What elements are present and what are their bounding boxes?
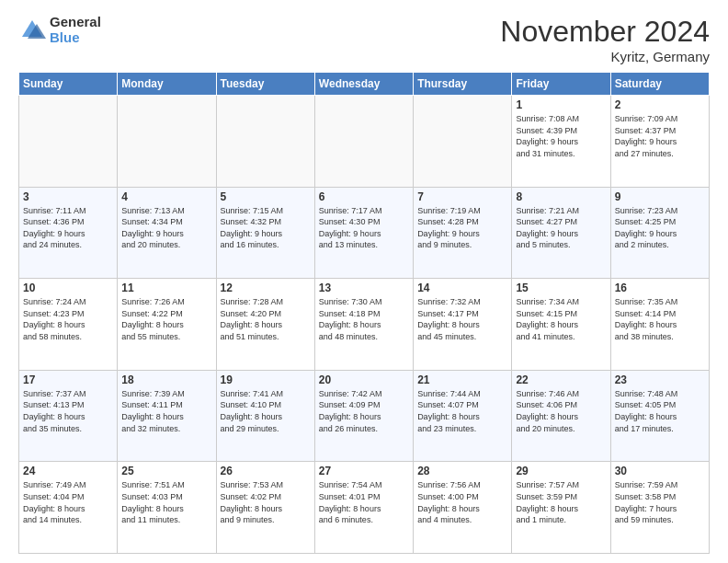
day-info: Sunrise: 7:49 AM Sunset: 4:04 PM Dayligh… — [23, 479, 113, 525]
day-info: Sunrise: 7:35 AM Sunset: 4:14 PM Dayligh… — [615, 296, 705, 342]
day-info: Sunrise: 7:17 AM Sunset: 4:30 PM Dayligh… — [319, 205, 409, 251]
day-info: Sunrise: 7:53 AM Sunset: 4:02 PM Dayligh… — [221, 479, 311, 525]
day-info: Sunrise: 7:48 AM Sunset: 4:05 PM Dayligh… — [615, 388, 705, 434]
table-row: 22Sunrise: 7:46 AM Sunset: 4:06 PM Dayli… — [512, 370, 610, 462]
table-row: 17Sunrise: 7:37 AM Sunset: 4:13 PM Dayli… — [19, 370, 118, 462]
logo-general-text: General — [50, 15, 101, 30]
day-number: 16 — [615, 282, 705, 294]
logo-text: General Blue — [50, 15, 101, 45]
day-info: Sunrise: 7:34 AM Sunset: 4:15 PM Dayligh… — [516, 296, 606, 342]
day-number: 18 — [121, 373, 211, 386]
table-row — [118, 96, 216, 188]
day-info: Sunrise: 7:56 AM Sunset: 4:00 PM Dayligh… — [417, 479, 507, 525]
header-monday: Monday — [118, 73, 216, 96]
day-info: Sunrise: 7:42 AM Sunset: 4:09 PM Dayligh… — [319, 388, 409, 434]
day-info: Sunrise: 7:15 AM Sunset: 4:32 PM Dayligh… — [221, 205, 311, 251]
day-number: 5 — [221, 190, 311, 203]
day-number: 11 — [121, 282, 211, 294]
day-number: 17 — [23, 373, 113, 386]
day-number: 8 — [516, 190, 606, 203]
table-row: 8Sunrise: 7:21 AM Sunset: 4:27 PM Daylig… — [512, 187, 610, 279]
day-info: Sunrise: 7:09 AM Sunset: 4:37 PM Dayligh… — [615, 113, 705, 159]
header-wednesday: Wednesday — [314, 73, 413, 96]
header-saturday: Saturday — [610, 73, 709, 96]
calendar-table: Sunday Monday Tuesday Wednesday Thursday… — [18, 72, 710, 554]
day-info: Sunrise: 7:26 AM Sunset: 4:22 PM Dayligh… — [121, 296, 211, 342]
day-number: 20 — [319, 373, 409, 386]
day-info: Sunrise: 7:41 AM Sunset: 4:10 PM Dayligh… — [221, 388, 311, 434]
day-number: 21 — [417, 373, 507, 386]
table-row: 25Sunrise: 7:51 AM Sunset: 4:03 PM Dayli… — [118, 462, 216, 554]
table-row: 6Sunrise: 7:17 AM Sunset: 4:30 PM Daylig… — [314, 187, 413, 279]
table-row: 27Sunrise: 7:54 AM Sunset: 4:01 PM Dayli… — [314, 462, 413, 554]
header-friday: Friday — [512, 73, 610, 96]
day-number: 3 — [23, 190, 113, 203]
day-info: Sunrise: 7:21 AM Sunset: 4:27 PM Dayligh… — [516, 205, 606, 251]
day-info: Sunrise: 7:28 AM Sunset: 4:20 PM Dayligh… — [221, 296, 311, 342]
day-number: 30 — [615, 465, 705, 477]
day-info: Sunrise: 7:46 AM Sunset: 4:06 PM Dayligh… — [516, 388, 606, 434]
table-row: 12Sunrise: 7:28 AM Sunset: 4:20 PM Dayli… — [216, 279, 314, 371]
day-number: 26 — [221, 465, 311, 477]
day-number: 9 — [615, 190, 705, 203]
table-row: 15Sunrise: 7:34 AM Sunset: 4:15 PM Dayli… — [512, 279, 610, 371]
day-number: 29 — [516, 465, 606, 477]
table-row: 24Sunrise: 7:49 AM Sunset: 4:04 PM Dayli… — [19, 462, 118, 554]
logo: General Blue — [18, 15, 101, 45]
header-thursday: Thursday — [414, 73, 512, 96]
table-row: 20Sunrise: 7:42 AM Sunset: 4:09 PM Dayli… — [314, 370, 413, 462]
table-row: 13Sunrise: 7:30 AM Sunset: 4:18 PM Dayli… — [314, 279, 413, 371]
table-row: 10Sunrise: 7:24 AM Sunset: 4:23 PM Dayli… — [19, 279, 118, 371]
table-row: 19Sunrise: 7:41 AM Sunset: 4:10 PM Dayli… — [216, 370, 314, 462]
month-title: November 2024 — [500, 15, 710, 49]
day-number: 12 — [221, 282, 311, 294]
header-sunday: Sunday — [19, 73, 118, 96]
day-info: Sunrise: 7:24 AM Sunset: 4:23 PM Dayligh… — [23, 296, 113, 342]
day-info: Sunrise: 7:08 AM Sunset: 4:39 PM Dayligh… — [516, 113, 606, 159]
day-info: Sunrise: 7:13 AM Sunset: 4:34 PM Dayligh… — [121, 205, 211, 251]
day-info: Sunrise: 7:32 AM Sunset: 4:17 PM Dayligh… — [417, 296, 507, 342]
logo-blue-text: Blue — [50, 30, 101, 46]
day-number: 22 — [516, 373, 606, 386]
day-info: Sunrise: 7:51 AM Sunset: 4:03 PM Dayligh… — [121, 479, 211, 525]
calendar-page: General Blue November 2024 Kyritz, Germa… — [0, 0, 728, 563]
table-row: 3Sunrise: 7:11 AM Sunset: 4:36 PM Daylig… — [19, 187, 118, 279]
day-number: 7 — [417, 190, 507, 203]
day-info: Sunrise: 7:30 AM Sunset: 4:18 PM Dayligh… — [319, 296, 409, 342]
table-row: 26Sunrise: 7:53 AM Sunset: 4:02 PM Dayli… — [216, 462, 314, 554]
table-row — [414, 96, 512, 188]
table-row: 4Sunrise: 7:13 AM Sunset: 4:34 PM Daylig… — [118, 187, 216, 279]
day-info: Sunrise: 7:23 AM Sunset: 4:25 PM Dayligh… — [615, 205, 705, 251]
table-row: 5Sunrise: 7:15 AM Sunset: 4:32 PM Daylig… — [216, 187, 314, 279]
day-info: Sunrise: 7:37 AM Sunset: 4:13 PM Dayligh… — [23, 388, 113, 434]
weekday-header-row: Sunday Monday Tuesday Wednesday Thursday… — [19, 73, 710, 96]
table-row: 16Sunrise: 7:35 AM Sunset: 4:14 PM Dayli… — [610, 279, 709, 371]
header: General Blue November 2024 Kyritz, Germa… — [18, 15, 710, 64]
day-number: 4 — [121, 190, 211, 203]
day-number: 19 — [221, 373, 311, 386]
week-row-2: 10Sunrise: 7:24 AM Sunset: 4:23 PM Dayli… — [19, 279, 710, 371]
table-row — [19, 96, 118, 188]
day-number: 13 — [319, 282, 409, 294]
header-tuesday: Tuesday — [216, 73, 314, 96]
day-number: 1 — [516, 98, 606, 111]
logo-icon — [18, 17, 46, 44]
table-row: 21Sunrise: 7:44 AM Sunset: 4:07 PM Dayli… — [414, 370, 512, 462]
table-row: 14Sunrise: 7:32 AM Sunset: 4:17 PM Dayli… — [414, 279, 512, 371]
day-info: Sunrise: 7:54 AM Sunset: 4:01 PM Dayligh… — [319, 479, 409, 525]
table-row — [216, 96, 314, 188]
table-row: 2Sunrise: 7:09 AM Sunset: 4:37 PM Daylig… — [610, 96, 709, 188]
day-number: 24 — [23, 465, 113, 477]
day-number: 28 — [417, 465, 507, 477]
day-number: 25 — [121, 465, 211, 477]
day-info: Sunrise: 7:19 AM Sunset: 4:28 PM Dayligh… — [417, 205, 507, 251]
title-block: November 2024 Kyritz, Germany — [500, 15, 710, 64]
day-number: 14 — [417, 282, 507, 294]
day-number: 6 — [319, 190, 409, 203]
table-row: 30Sunrise: 7:59 AM Sunset: 3:58 PM Dayli… — [610, 462, 709, 554]
table-row: 23Sunrise: 7:48 AM Sunset: 4:05 PM Dayli… — [610, 370, 709, 462]
day-info: Sunrise: 7:11 AM Sunset: 4:36 PM Dayligh… — [23, 205, 113, 251]
table-row: 7Sunrise: 7:19 AM Sunset: 4:28 PM Daylig… — [414, 187, 512, 279]
week-row-0: 1Sunrise: 7:08 AM Sunset: 4:39 PM Daylig… — [19, 96, 710, 188]
week-row-4: 24Sunrise: 7:49 AM Sunset: 4:04 PM Dayli… — [19, 462, 710, 554]
